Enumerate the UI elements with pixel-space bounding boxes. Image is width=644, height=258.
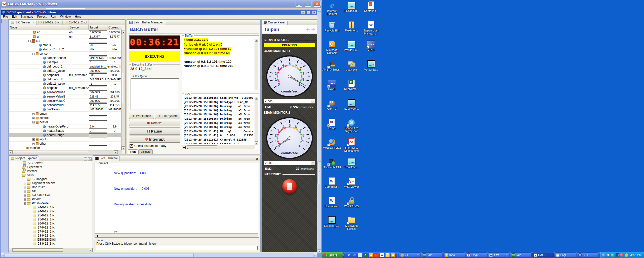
target-cell[interactable] — [89, 116, 107, 120]
fast-view-icon[interactable] — [2, 19, 2, 23]
tray-icon[interactable] — [620, 253, 623, 257]
task-button[interactable]: SPIC... ▼ — [577, 252, 598, 257]
expand-toggle-icon[interactable] — [32, 138, 35, 141]
task-button[interactable]: Origi... ▼ — [466, 252, 487, 257]
target-cell[interactable] — [89, 142, 107, 146]
desktop-icon[interactable]: vTAS — [361, 41, 381, 60]
list-item[interactable]: 28-9-12_2.tcl — [9, 238, 93, 242]
task-button[interactable]: Taip... ▼ — [510, 252, 532, 257]
table-row[interactable]: status_Ctrl_Lp2 idle idle — [9, 47, 122, 52]
expand-toggle-icon[interactable] — [24, 182, 26, 184]
target-cell[interactable]: 0 — [89, 129, 107, 133]
menu-item[interactable]: File — [3, 15, 8, 18]
list-item[interactable]: 28-9-12_3.tcl — [9, 242, 93, 246]
list-item[interactable]: old batch files — [9, 193, 93, 197]
log-horizontal-scrollbar[interactable]: ◄► — [182, 145, 255, 149]
column-header-node[interactable]: Node — [9, 25, 68, 30]
table-row[interactable]: timStamp 402118582 402118582 — [9, 107, 122, 112]
menu-item[interactable]: Run — [51, 15, 56, 18]
expand-toggle-icon[interactable] — [32, 143, 35, 145]
target-cell[interactable]: 504.999 — [89, 90, 107, 94]
desktop-icon[interactable]: FluxInfor... — [342, 21, 361, 41]
expand-toggle-icon[interactable] — [32, 117, 35, 119]
column-header-target[interactable]: Target — [89, 25, 107, 30]
desktop-icon[interactable]: WinSCP (2) — [342, 197, 361, 216]
group-dropdown-icon[interactable]: ▼ — [506, 254, 508, 256]
quick-launch-icon[interactable] — [374, 253, 379, 257]
table-row[interactable]: sensorValueC 299.996 299.996 — [9, 99, 122, 103]
task-button[interactable]: LogF... ▼ — [555, 252, 576, 257]
table-row[interactable]: status idle idle — [9, 43, 122, 47]
menu-item[interactable]: Window — [60, 15, 71, 18]
table-row[interactable]: ctrlLp2_value -1 -1 — [9, 82, 122, 86]
desktop-icon[interactable]: Taipan User Manual_v... — [361, 21, 381, 41]
list-item[interactable]: SIC Server — [9, 161, 93, 165]
check-instrument-ready-checkbox[interactable]: Check instrument ready — [130, 144, 166, 148]
table-row[interactable]: setpoint1 tc1_driveable 300 300 — [9, 73, 122, 77]
quick-launch-icon[interactable] — [352, 253, 356, 257]
column-header-device[interactable]: Device — [68, 25, 89, 30]
vnc-title-bar[interactable]: DAS1-TAIPAN - VNC Viewer ▁ □ ✕ — [0, 0, 322, 8]
expand-toggle-icon[interactable] — [19, 174, 21, 176]
taskbar-clock[interactable]: 3:43 PM — [630, 253, 641, 257]
log-vertical-scrollbar[interactable]: ▲▼ — [255, 96, 258, 145]
desktop-icon[interactable]: Shortcut to Skype.exe — [342, 119, 361, 138]
expand-toggle-icon[interactable] — [23, 147, 25, 149]
maximize-view-icon[interactable]: ▢ — [88, 157, 92, 161]
quick-launch-icon[interactable] — [385, 253, 390, 257]
editor-tab[interactable]: 28-9-12_2.tcl — [63, 20, 89, 25]
table-row[interactable]: sensorValueB 228.45 228.45 — [9, 94, 122, 99]
list-item[interactable]: 26-9-12_1.tcl — [9, 221, 93, 225]
table-row[interactable]: ctrlLp1_value 299.996 299.996 — [9, 69, 122, 73]
table-row[interactable]: ctrl_Loop_2 DISABLED, I... DISABLED, I. — [9, 77, 122, 82]
minimize-button[interactable]: ▁ — [296, 1, 302, 7]
add-file-system-button[interactable]: ✚File System — [155, 113, 180, 119]
desktop-icon[interactable]: PowderSc... — [342, 41, 361, 60]
target-cell[interactable]: 3.17377 — [89, 35, 107, 39]
list-item[interactable]: Bob 2012 — [9, 185, 93, 189]
tree-horizontal-scrollbar[interactable]: ◄► — [9, 150, 122, 154]
log-content[interactable]: [2012-09-28 15:10:36] Scan start: 0.8000… — [183, 96, 254, 144]
pause-button[interactable]: Pause — [129, 127, 180, 135]
dropdown-arrow-icon[interactable]: ▼ — [311, 161, 315, 165]
target-cell[interactable]: 2.9 — [89, 125, 107, 128]
desktop-icon[interactable]: Commissi... — [322, 177, 342, 197]
target-cell[interactable] — [89, 112, 107, 116]
remove-button[interactable]: ✖Remove — [129, 120, 180, 126]
list-item[interactable]: 25-9-12_2.tcl — [9, 217, 93, 221]
desktop-icon[interactable]: GIMP 2 — [322, 99, 342, 119]
close-tab-icon[interactable]: ✕ — [32, 21, 34, 24]
desktop-icon[interactable]: Microsoft Outlook — [322, 41, 342, 60]
target-cell[interactable]: 299.996 — [89, 99, 107, 103]
target-cell[interactable] — [89, 146, 107, 150]
app-title-bar[interactable]: SICS Experiment - SICS - Gumtree – □ ✕ — [1, 10, 317, 15]
desktop-icon[interactable]: OpenVPN GUI — [322, 158, 342, 177]
explorer-horizontal-scrollbar[interactable]: ◄► — [9, 248, 93, 252]
quick-launch-icon[interactable] — [347, 253, 351, 257]
add-workspace-button[interactable]: ✚Workspace — [129, 113, 154, 119]
desktop-icon[interactable]: EiScansJu... — [342, 2, 361, 21]
bm1-scale-dropdown[interactable]: x1000▼ — [264, 99, 315, 104]
table-row[interactable]: input — [9, 137, 122, 142]
quick-launch-icon[interactable] — [380, 253, 384, 257]
expand-toggle-icon[interactable] — [32, 121, 35, 123]
target-cell[interactable] — [89, 138, 107, 141]
table-row[interactable]: other — [9, 142, 122, 146]
list-item[interactable]: P2564Venter — [9, 201, 93, 205]
quick-launch-icon[interactable] — [391, 253, 395, 257]
expand-toggle-icon[interactable] — [24, 194, 26, 197]
tray-icon[interactable] — [607, 253, 610, 257]
terminal-output[interactable]: >> New ql position: 1.000 >> New en posi… — [96, 165, 257, 233]
list-item[interactable]: 27-9-12_2.tcl — [9, 230, 93, 234]
table-row[interactable]: Tsample 0 0 — [9, 60, 122, 64]
target-cell[interactable]: idle — [89, 43, 107, 47]
list-item[interactable]: 25-9-12_1.tcl — [9, 213, 93, 217]
table-row[interactable]: monitor — [9, 146, 122, 150]
desktop-icon[interactable]: Shortcut to winplotr.exe — [342, 138, 361, 158]
tray-icon[interactable] — [616, 253, 619, 257]
table-row[interactable]: sensor — [9, 52, 122, 56]
task-button[interactable]: Inbo... ▼ — [444, 252, 465, 257]
target-cell[interactable]: enabled, In... — [89, 65, 107, 69]
batch-mode-tab[interactable]: Validate — [138, 149, 153, 154]
desktop-icon[interactable]: ContourD... — [361, 2, 381, 21]
